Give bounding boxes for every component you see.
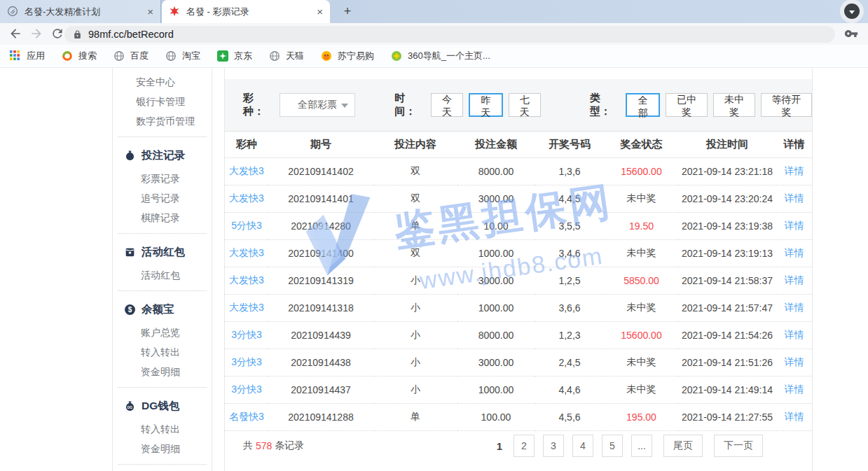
new-tab-button[interactable]: + (339, 3, 356, 20)
last-page-button[interactable]: 尾页 (663, 435, 703, 457)
tab-plan-page[interactable]: 名發-大发精准计划 × (0, 0, 161, 23)
next-page-button[interactable]: 下一页 (714, 435, 763, 457)
refresh-icon[interactable] (50, 27, 64, 41)
cell-bet-time: 2021-09-14 21:57:47 (678, 295, 776, 322)
page-button[interactable]: ... (631, 435, 652, 457)
bookmark-suning[interactable]: 苏宁易购 (321, 50, 374, 62)
sidebar-group-yuebao[interactable]: $ 余额宝 (118, 295, 207, 323)
360-search-icon (62, 50, 74, 62)
table-row: 3分快3 20210914438 小 3000.00 2,4,5 未中奖 202… (225, 349, 812, 377)
cell-lottery-name[interactable]: 大发快3 (225, 158, 268, 185)
address-bar[interactable]: 98mf.cc/betRecord (64, 26, 835, 43)
sidebar-section-red-packet: 活动红包 活动红包 (118, 233, 207, 290)
table-row: 大发快3 202109141319 小 3000.00 1,2,5 5850.0… (225, 267, 812, 295)
dollar-circle-icon: $ (124, 304, 136, 316)
cell-bet-time: 2021-09-14 21:54:26 (678, 322, 776, 349)
sidebar-item[interactable]: 账户总览 (118, 323, 207, 342)
detail-link[interactable]: 详情 (776, 322, 812, 349)
cell-draw-numbers: 4,4,6 (535, 377, 605, 404)
time-filter-label: 时间： (394, 92, 425, 118)
bookmark-baidu[interactable]: 百度 (113, 50, 149, 62)
cell-prize-status: 15600.00 (605, 322, 678, 349)
total-records-count: 578 (256, 440, 272, 451)
time-filter-button[interactable]: 今天 (431, 93, 463, 117)
cell-lottery-name[interactable]: 大发快3 (225, 267, 268, 295)
main-panel: 彩种： 全部彩票 时间： 今天昨天七天 类型： 全部已中奖未中奖等待开奖 (224, 68, 813, 471)
cell-lottery-name[interactable]: 3分快3 (225, 349, 268, 377)
svg-text:DG: DG (128, 406, 133, 409)
sidebar-item[interactable]: 数字货币管理 (113, 111, 212, 131)
sidebar-item[interactable]: 彩票记录 (118, 169, 207, 188)
cell-lottery-name[interactable]: 3分快3 (225, 322, 268, 349)
type-filter-label: 类型： (590, 92, 621, 118)
page-button[interactable]: 3 (543, 435, 564, 457)
type-filter-button[interactable]: 等待开奖 (761, 93, 812, 117)
cell-lottery-name[interactable]: 大发快3 (225, 295, 268, 322)
cell-bet-time: 2021-09-14 21:49:14 (678, 377, 776, 404)
cell-lottery-name[interactable]: 名發快3 (225, 404, 268, 431)
tab-bet-record[interactable]: 名發 - 彩票记录 × (162, 0, 330, 23)
cell-prize-status: 未中奖 (605, 349, 678, 377)
bookmark-tmall[interactable]: 天猫 (269, 50, 304, 62)
type-filter-button[interactable]: 已中奖 (666, 93, 708, 117)
cell-issue-number: 202109141288 (268, 404, 373, 431)
sidebar-item[interactable]: 资金明细 (118, 439, 207, 458)
sidebar-item[interactable]: 转入转出 (118, 342, 207, 362)
tab-close-icon[interactable]: × (147, 6, 153, 17)
sidebar-group-dg-wallet[interactable]: DG DG钱包 (118, 392, 207, 419)
detail-link[interactable]: 详情 (776, 295, 812, 322)
type-filter-button[interactable]: 未中奖 (713, 93, 755, 117)
sidebar: 安全中心银行卡管理数字货币管理 投注记录 彩票记录追号记录棋牌记录 (112, 68, 212, 471)
table-header-row: 彩种期号投注内容投注金额开奖号码奖金状态投注时间详情 (225, 132, 812, 158)
page-button[interactable]: 4 (572, 435, 593, 457)
cell-draw-numbers: 4,5,6 (535, 404, 605, 431)
cell-lottery-name[interactable]: 大发快3 (225, 185, 268, 213)
sidebar-item[interactable]: 棋牌记录 (118, 208, 207, 227)
account-circle-button[interactable] (840, 0, 864, 23)
sidebar-item[interactable]: 转入转出 (118, 419, 207, 439)
bookmark-search[interactable]: 搜索 (62, 50, 97, 62)
bookmark-taobao[interactable]: 淘宝 (165, 50, 200, 62)
detail-link[interactable]: 详情 (776, 185, 812, 213)
detail-link[interactable]: 详情 (776, 213, 812, 240)
cell-issue-number: 202109141401 (268, 185, 373, 213)
detail-link[interactable]: 详情 (776, 377, 812, 404)
back-icon[interactable] (8, 27, 22, 41)
sidebar-item[interactable]: 活动红包 (118, 265, 207, 285)
suning-lion-icon (321, 50, 333, 62)
detail-link[interactable]: 详情 (776, 240, 812, 267)
page-button[interactable]: 2 (514, 435, 535, 457)
detail-link[interactable]: 详情 (776, 267, 812, 295)
cell-lottery-name[interactable]: 5分快3 (225, 213, 268, 240)
lottery-type-select[interactable]: 全部彩票 (280, 93, 356, 117)
time-filter-button[interactable]: 七天 (509, 93, 541, 117)
apps-grid-icon (10, 50, 22, 62)
cell-prize-status: 19.50 (605, 213, 678, 240)
password-key-icon[interactable] (844, 27, 858, 41)
current-page: 1 (497, 440, 502, 452)
table-row: 大发快3 202109141400 双 1000.00 3,4,6 未中奖 20… (225, 240, 812, 267)
bookmark-360nav[interactable]: 360导航_一个主页... (391, 50, 490, 62)
column-header: 详情 (776, 132, 812, 158)
cell-lottery-name[interactable]: 3分快3 (225, 377, 268, 404)
cell-lottery-name[interactable]: 大发快3 (225, 240, 268, 267)
cell-draw-numbers: 1,2,3 (535, 322, 605, 349)
type-filter-button[interactable]: 全部 (626, 93, 660, 117)
bookmark-jd[interactable]: 京东 (217, 50, 252, 62)
page-button[interactable]: 5 (602, 435, 623, 457)
time-filter-button[interactable]: 昨天 (469, 93, 502, 117)
forward-icon[interactable] (29, 27, 43, 41)
detail-link[interactable]: 详情 (776, 158, 812, 185)
sidebar-item[interactable]: 资金明细 (118, 362, 207, 381)
detail-link[interactable]: 详情 (776, 404, 812, 431)
sidebar-item[interactable]: 追号记录 (118, 188, 207, 208)
red-star-favicon (169, 6, 181, 17)
sidebar-item[interactable]: 银行卡管理 (113, 92, 212, 111)
sidebar-group-red-packet[interactable]: 活动红包 (118, 238, 207, 265)
sidebar-group-bet-records[interactable]: 投注记录 (118, 141, 207, 169)
bookmark-apps[interactable]: 应用 (10, 50, 45, 62)
sidebar-item[interactable]: 安全中心 (113, 72, 212, 92)
detail-link[interactable]: 详情 (776, 349, 812, 377)
tab-close-icon[interactable]: × (317, 6, 323, 17)
svg-text:$: $ (128, 306, 132, 314)
